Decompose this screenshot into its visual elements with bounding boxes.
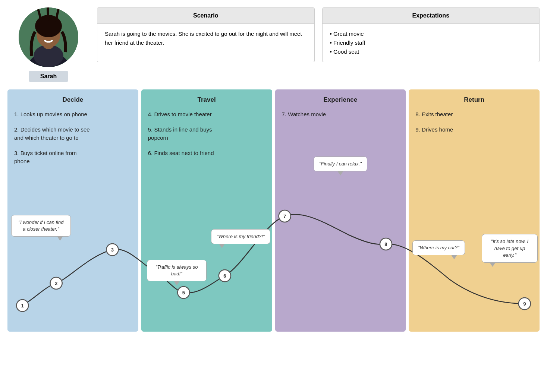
persona-name: Sarah [29,71,68,82]
expectation-item: Good seat [330,47,532,56]
info-cards: Scenario Sarah is going to the movies. S… [97,7,540,62]
expectations-body: Great movieFriendly staffGood seat [323,24,540,62]
phase-travel-header: Travel [148,96,265,104]
bubble-traffic: "Traffic is always so bad!" [147,260,207,281]
scenario-card: Scenario Sarah is going to the movies. S… [97,7,315,62]
scenario-header: Scenario [97,8,314,24]
step-2: 2. Decides which movie to seeand which t… [14,126,132,142]
step-9: 9. Drives home [415,126,533,134]
phase-return-header: Return [415,96,533,104]
scenario-body: Sarah is going to the movies. She is exc… [97,24,314,53]
svg-point-7 [51,33,55,36]
phase-return: Return 8. Exits theater 9. Drives home "… [409,89,540,332]
bubble-relax: "Finally I can relax." [314,157,367,171]
step-8: 8. Exits theater [415,110,533,119]
expectation-item: Friendly staff [330,38,532,47]
expectations-list: Great movieFriendly staffGood seat [330,29,532,56]
bubble-closer-theater: "I wonder if I can find a closer theater… [11,215,71,237]
expectations-header: Expectations [323,8,540,24]
phase-decide: Decide 1. Looks up movies on phone 2. De… [7,89,138,332]
step-7: 7. Watches movie [282,110,399,119]
avatar [19,7,78,67]
persona-card: Sarah [7,7,89,82]
phase-experience: Experience 7. Watches movie "Finally I c… [275,89,406,332]
expectation-item: Great movie [330,29,532,38]
phase-decide-header: Decide [14,96,132,104]
bubble-friend: "Where is my friend?!" [211,229,270,244]
top-section: Sarah Scenario Sarah is going to the mov… [7,7,540,82]
step-4: 4. Drives to movie theater [148,110,265,119]
svg-point-6 [42,33,46,36]
phase-travel: Travel 4. Drives to movie theater 5. Sta… [141,89,272,332]
step-3: 3. Buys ticket online fromphone [14,149,132,166]
journey-map: Decide 1. Looks up movies on phone 2. De… [7,89,540,332]
bubble-late: "It's so late now. I have to get up earl… [482,234,538,263]
step-1: 1. Looks up movies on phone [14,110,132,119]
phase-experience-header: Experience [282,96,399,104]
step-5: 5. Stands in line and buyspopcorn [148,126,265,142]
expectations-card: Expectations Great movieFriendly staffGo… [322,7,540,62]
bubble-car: "Where is my car?" [412,240,465,255]
step-6: 6. Finds seat next to friend [148,149,265,158]
